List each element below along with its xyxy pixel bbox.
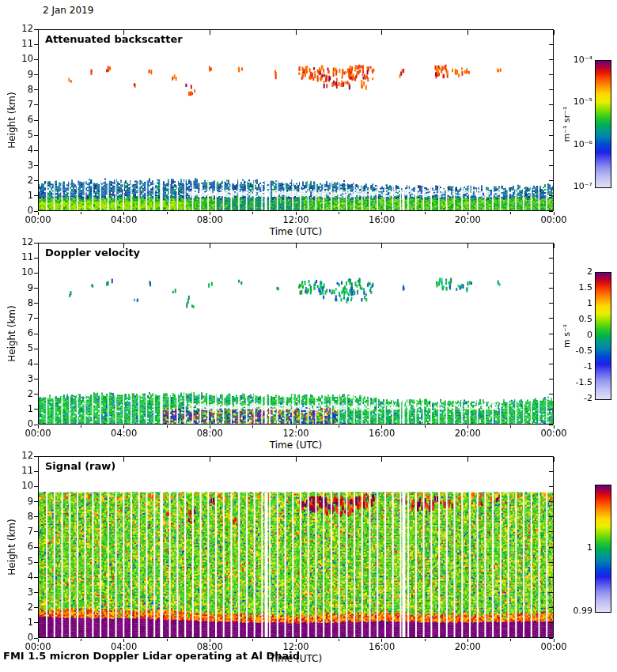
colorbar-tick-label: -1 [543,361,592,372]
y-tick [34,258,38,259]
y-tick-label: 11 [0,251,33,262]
y-tick-label: 9 [0,282,33,293]
colorbar-tick-label: 0 [543,330,592,340]
x-tick-top [38,457,39,462]
y-tick-label: 8 [0,84,33,95]
x-tick-top [210,244,210,248]
y-tick-label: 8 [0,297,33,308]
x-tick-top [381,457,382,462]
velocity-heatmap-canvas [38,243,554,425]
x-minor-tick [167,639,168,641]
y-tick-label: 5 [0,129,33,140]
y-tick-label: 9 [0,496,33,507]
y-tick-right [549,135,553,136]
x-tick-top [123,244,124,248]
x-tick-label: 08:00 [186,214,233,225]
x-tick-top [38,30,39,35]
y-tick [34,592,38,593]
x-minor-tick [252,639,253,641]
colorbar-gradient-canvas [596,273,611,399]
y-tick-right [549,150,553,151]
x-tick-label: 16:00 [358,428,406,439]
y-tick-label: 4 [0,571,33,582]
colorbar-tick-label: -2 [543,393,592,403]
y-tick [34,165,38,166]
y-tick [34,334,38,334]
panel-title: Attenuated backscatter [45,33,183,45]
x-minor-tick [339,425,339,428]
y-tick-label: 6 [0,327,33,338]
colorbar-tick-label: 1 [543,542,592,553]
y-tick-right [549,44,553,45]
x-tick-top [210,30,210,35]
colorbar-tick-label: -1.5 [543,377,592,387]
lidar-quicklook-figure: 2 Jan 2019 Attenuated backscatter Height… [0,0,617,672]
y-tick [34,150,38,151]
y-tick [34,318,38,319]
y-tick-label: 1 [0,617,33,628]
plot-area-backscatter: Attenuated backscatter Height (km) Time … [38,29,554,211]
y-tick [34,379,38,379]
y-tick [34,288,38,289]
colorbar-tick-label: 1 [543,298,592,308]
y-tick-label: 8 [0,511,33,522]
y-tick-right [549,501,553,502]
panel-title: Signal (raw) [45,460,115,472]
y-tick-label: 5 [0,342,33,353]
x-minor-tick [425,212,426,214]
y-tick-right [549,195,553,196]
x-tick-top [381,244,382,248]
y-tick-right [549,258,553,259]
y-tick [34,547,38,548]
colorbar-tick-label: 10⁻⁶ [543,139,592,149]
y-tick-right [549,622,553,623]
x-minor-tick [510,639,511,641]
y-tick-label: 6 [0,541,33,552]
x-tick-label: 00:00 [530,214,577,225]
backscatter-heatmap-canvas [38,29,554,211]
x-tick-top [123,30,124,35]
y-tick [34,409,38,410]
x-tick-label: 00:00 [530,428,577,439]
y-tick [34,394,38,395]
colorbar-signal: 10.99 [595,485,611,613]
y-tick [34,74,38,75]
x-tick-label: 12:00 [272,214,320,225]
y-tick [34,607,38,608]
y-tick-label: 12 [0,450,33,461]
x-tick-top [554,244,555,248]
x-minor-tick [252,212,253,214]
y-tick-label: 6 [0,114,33,125]
y-tick [34,180,38,181]
colorbar-tick-label: 0.5 [543,314,592,324]
x-tick-top [554,30,555,35]
y-tick-label: 3 [0,160,33,171]
x-tick-top [210,457,210,462]
signal-heatmap-canvas [38,456,554,638]
y-tick-label: 7 [0,99,33,110]
x-tick-top [123,457,124,462]
colorbar-tick-label: 2 [543,266,592,277]
x-tick-top [296,30,297,35]
x-axis-label: Time (UTC) [38,226,554,237]
x-tick-label: 20:00 [444,641,491,652]
x-tick-top [296,457,297,462]
y-tick [34,562,38,563]
y-tick [34,471,38,472]
y-tick-label: 2 [0,602,33,613]
colorbar-gradient-canvas [596,61,611,187]
x-minor-tick [510,212,511,214]
y-tick [34,120,38,121]
colorbar-tick-label: 1.5 [543,282,592,293]
x-minor-tick [81,639,81,641]
y-tick-label: 11 [0,38,33,49]
y-tick-right [549,89,553,90]
panel-title: Doppler velocity [45,247,140,259]
y-tick-label: 9 [0,69,33,80]
y-tick [34,195,38,196]
y-tick [34,516,38,517]
colorbar-tick-label: 10⁻⁴ [543,55,592,65]
y-tick [34,622,38,623]
x-minor-tick [339,639,339,641]
y-tick-right [549,74,553,75]
